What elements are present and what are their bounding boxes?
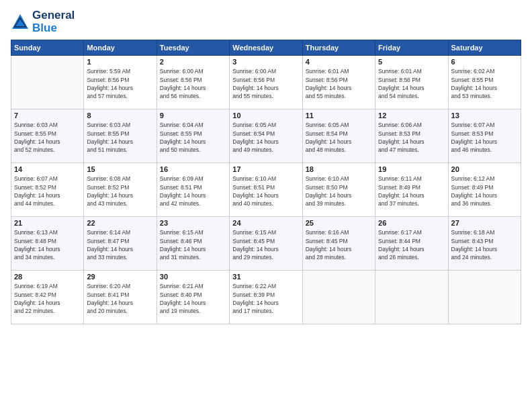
day-number: 31	[232, 273, 299, 281]
calendar-day-cell: 5Sunrise: 6:01 AMSunset: 8:56 PMDaylight…	[375, 56, 448, 109]
weekday-header: Friday	[375, 40, 448, 56]
logo-icon	[11, 13, 30, 32]
day-info: Sunrise: 6:05 AMSunset: 8:54 PMDaylight:…	[306, 121, 372, 154]
day-info: Sunrise: 6:18 AMSunset: 8:43 PMDaylight:…	[451, 228, 518, 261]
calendar-day-cell: 7Sunrise: 6:03 AMSunset: 8:55 PMDaylight…	[11, 109, 84, 163]
day-info: Sunrise: 6:10 AMSunset: 8:51 PMDaylight:…	[232, 175, 299, 208]
day-number: 13	[451, 111, 518, 120]
day-number: 11	[306, 111, 372, 120]
calendar-day-cell	[448, 271, 521, 324]
day-number: 22	[87, 219, 153, 227]
day-number: 30	[160, 273, 226, 281]
day-number: 16	[160, 165, 226, 173]
calendar-day-cell: 18Sunrise: 6:10 AMSunset: 8:50 PMDayligh…	[302, 163, 375, 217]
calendar-day-cell: 9Sunrise: 6:04 AMSunset: 8:55 PMDaylight…	[157, 109, 229, 163]
day-info: Sunrise: 6:15 AMSunset: 8:46 PMDaylight:…	[160, 228, 226, 261]
day-number: 25	[306, 219, 372, 227]
calendar-day-cell: 23Sunrise: 6:15 AMSunset: 8:46 PMDayligh…	[157, 217, 229, 271]
day-number: 14	[14, 165, 81, 173]
day-info: Sunrise: 6:07 AMSunset: 8:52 PMDaylight:…	[14, 175, 81, 208]
day-info: Sunrise: 6:05 AMSunset: 8:54 PMDaylight:…	[232, 121, 299, 154]
day-info: Sunrise: 6:02 AMSunset: 8:55 PMDaylight:…	[451, 67, 518, 100]
day-info: Sunrise: 6:01 AMSunset: 8:56 PMDaylight:…	[378, 67, 445, 100]
calendar-day-cell: 27Sunrise: 6:18 AMSunset: 8:43 PMDayligh…	[448, 217, 521, 271]
calendar-day-cell: 2Sunrise: 6:00 AMSunset: 8:56 PMDaylight…	[157, 56, 229, 109]
calendar-day-cell: 10Sunrise: 6:05 AMSunset: 8:54 PMDayligh…	[230, 109, 302, 163]
day-number: 19	[378, 165, 445, 173]
day-number: 18	[306, 165, 372, 173]
day-info: Sunrise: 6:09 AMSunset: 8:51 PMDaylight:…	[160, 175, 226, 208]
calendar-day-cell: 21Sunrise: 6:13 AMSunset: 8:48 PMDayligh…	[11, 217, 84, 271]
day-number: 4	[306, 58, 372, 66]
calendar-day-cell: 6Sunrise: 6:02 AMSunset: 8:55 PMDaylight…	[448, 56, 521, 109]
header: General Blue	[11, 9, 521, 34]
day-info: Sunrise: 6:01 AMSunset: 8:56 PMDaylight:…	[306, 67, 372, 100]
calendar-day-cell: 15Sunrise: 6:08 AMSunset: 8:52 PMDayligh…	[84, 163, 157, 217]
calendar-day-cell: 28Sunrise: 6:19 AMSunset: 8:42 PMDayligh…	[11, 271, 84, 324]
calendar-day-cell: 11Sunrise: 6:05 AMSunset: 8:54 PMDayligh…	[302, 109, 375, 163]
day-number: 26	[378, 219, 445, 227]
day-info: Sunrise: 6:14 AMSunset: 8:47 PMDaylight:…	[87, 228, 153, 261]
day-info: Sunrise: 6:11 AMSunset: 8:49 PMDaylight:…	[378, 175, 445, 208]
day-info: Sunrise: 5:59 AMSunset: 8:56 PMDaylight:…	[87, 67, 153, 100]
calendar-day-cell: 12Sunrise: 6:06 AMSunset: 8:53 PMDayligh…	[375, 109, 448, 163]
calendar-day-cell: 14Sunrise: 6:07 AMSunset: 8:52 PMDayligh…	[11, 163, 84, 217]
weekday-header: Saturday	[448, 40, 521, 56]
day-info: Sunrise: 6:19 AMSunset: 8:42 PMDaylight:…	[14, 282, 81, 315]
day-number: 20	[451, 165, 518, 173]
calendar-day-cell: 17Sunrise: 6:10 AMSunset: 8:51 PMDayligh…	[230, 163, 302, 217]
day-number: 28	[14, 273, 81, 281]
day-info: Sunrise: 6:20 AMSunset: 8:41 PMDaylight:…	[87, 282, 153, 315]
day-number: 29	[87, 273, 153, 281]
day-info: Sunrise: 6:00 AMSunset: 8:56 PMDaylight:…	[160, 67, 226, 100]
weekday-header: Thursday	[302, 40, 375, 56]
calendar-table: SundayMondayTuesdayWednesdayThursdayFrid…	[11, 40, 521, 324]
calendar-day-cell: 30Sunrise: 6:21 AMSunset: 8:40 PMDayligh…	[157, 271, 229, 324]
weekday-header: Sunday	[11, 40, 84, 56]
calendar-week-row: 21Sunrise: 6:13 AMSunset: 8:48 PMDayligh…	[11, 217, 521, 271]
day-number: 9	[160, 111, 226, 120]
logo-text: General Blue	[32, 9, 75, 34]
calendar-week-row: 7Sunrise: 6:03 AMSunset: 8:55 PMDaylight…	[11, 109, 521, 163]
calendar-day-cell: 8Sunrise: 6:03 AMSunset: 8:55 PMDaylight…	[84, 109, 157, 163]
day-info: Sunrise: 6:15 AMSunset: 8:45 PMDaylight:…	[232, 228, 299, 261]
day-number: 2	[160, 58, 226, 66]
day-number: 3	[232, 58, 299, 66]
day-number: 23	[160, 219, 226, 227]
day-info: Sunrise: 6:12 AMSunset: 8:49 PMDaylight:…	[451, 175, 518, 208]
day-number: 10	[232, 111, 299, 120]
day-number: 7	[14, 111, 81, 120]
day-info: Sunrise: 6:13 AMSunset: 8:48 PMDaylight:…	[14, 228, 81, 261]
day-info: Sunrise: 6:03 AMSunset: 8:55 PMDaylight:…	[14, 121, 81, 154]
day-number: 15	[87, 165, 153, 173]
calendar-day-cell: 22Sunrise: 6:14 AMSunset: 8:47 PMDayligh…	[84, 217, 157, 271]
day-info: Sunrise: 6:07 AMSunset: 8:53 PMDaylight:…	[451, 121, 518, 154]
weekday-header: Wednesday	[230, 40, 302, 56]
calendar-day-cell: 19Sunrise: 6:11 AMSunset: 8:49 PMDayligh…	[375, 163, 448, 217]
day-info: Sunrise: 6:06 AMSunset: 8:53 PMDaylight:…	[378, 121, 445, 154]
day-info: Sunrise: 6:17 AMSunset: 8:44 PMDaylight:…	[378, 228, 445, 261]
calendar-day-cell: 13Sunrise: 6:07 AMSunset: 8:53 PMDayligh…	[448, 109, 521, 163]
calendar-day-cell	[375, 271, 448, 324]
calendar-day-cell: 16Sunrise: 6:09 AMSunset: 8:51 PMDayligh…	[157, 163, 229, 217]
calendar-day-cell: 29Sunrise: 6:20 AMSunset: 8:41 PMDayligh…	[84, 271, 157, 324]
calendar-week-row: 28Sunrise: 6:19 AMSunset: 8:42 PMDayligh…	[11, 271, 521, 324]
calendar-week-row: 14Sunrise: 6:07 AMSunset: 8:52 PMDayligh…	[11, 163, 521, 217]
day-number: 21	[14, 219, 81, 227]
day-number: 17	[232, 165, 299, 173]
page: General Blue SundayMondayTuesdayWednesda…	[0, 0, 532, 411]
day-number: 6	[451, 58, 518, 66]
day-info: Sunrise: 6:16 AMSunset: 8:45 PMDaylight:…	[306, 228, 372, 261]
weekday-header: Tuesday	[157, 40, 229, 56]
day-info: Sunrise: 6:04 AMSunset: 8:55 PMDaylight:…	[160, 121, 226, 154]
calendar-day-cell: 1Sunrise: 5:59 AMSunset: 8:56 PMDaylight…	[84, 56, 157, 109]
day-number: 27	[451, 219, 518, 227]
logo: General Blue	[11, 9, 75, 34]
calendar-day-cell: 3Sunrise: 6:00 AMSunset: 8:56 PMDaylight…	[230, 56, 302, 109]
calendar-day-cell: 24Sunrise: 6:15 AMSunset: 8:45 PMDayligh…	[230, 217, 302, 271]
calendar-day-cell: 20Sunrise: 6:12 AMSunset: 8:49 PMDayligh…	[448, 163, 521, 217]
calendar-day-cell: 4Sunrise: 6:01 AMSunset: 8:56 PMDaylight…	[302, 56, 375, 109]
day-number: 8	[87, 111, 153, 120]
day-info: Sunrise: 6:10 AMSunset: 8:50 PMDaylight:…	[306, 175, 372, 208]
day-number: 12	[378, 111, 445, 120]
